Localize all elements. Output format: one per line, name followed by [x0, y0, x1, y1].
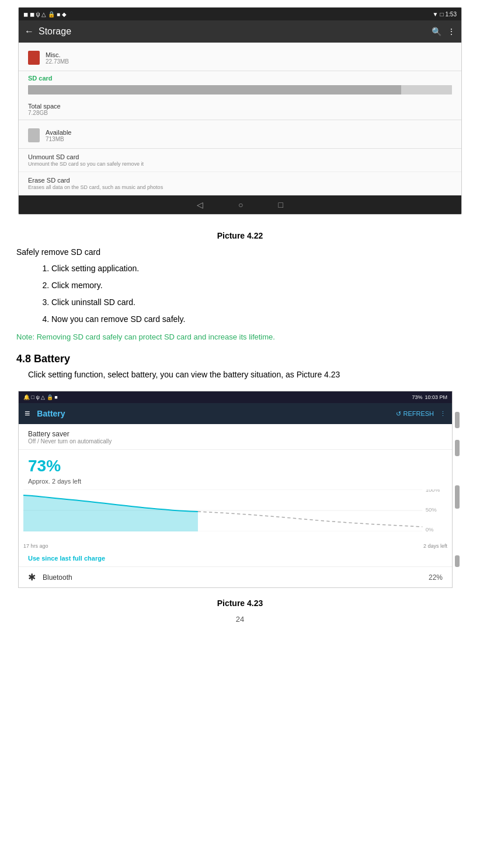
refresh-button[interactable]: ↺ REFRESH: [396, 410, 434, 418]
storage-bar-container: [19, 83, 461, 99]
battery-saver-desc: Off / Never turn on automatically: [28, 438, 443, 444]
page-title: Storage: [39, 26, 427, 37]
use-since-link[interactable]: Use since last full charge: [19, 551, 452, 566]
erase-desc: Erases all data on the SD card, such as …: [28, 184, 452, 190]
total-space-section: Total space 7.28GB: [19, 99, 461, 120]
step-4: Now you can remove SD card safely.: [51, 313, 464, 326]
section-intro-battery: Click setting function, select battery, …: [16, 370, 464, 379]
bluetooth-label: Bluetooth: [43, 573, 422, 582]
battery-toolbar: ≡ Battery ↺ REFRESH ⋮: [19, 403, 452, 424]
step-3: Click uninstall SD card.: [51, 296, 464, 309]
power-button[interactable]: [455, 485, 460, 509]
note-text: Note: Removing SD card safely can protec…: [16, 332, 464, 341]
statusbar-right-icons: ▼ □ 1:53: [433, 11, 457, 18]
steps-list: Click setting application. Click memory.…: [16, 262, 464, 326]
safely-remove-heading: Safely remove SD card: [16, 247, 464, 257]
storage-content: Misc. 22.73MB SD card Total space 7.28GB: [19, 43, 461, 195]
battery-time-labels: 17 hrs ago 2 days left: [19, 542, 452, 551]
svg-text:0%: 0%: [426, 527, 434, 531]
battery-days-left: Approx. 2 days left: [19, 478, 452, 489]
nav-home-button[interactable]: ○: [238, 200, 243, 209]
search-icon[interactable]: 🔍: [432, 27, 441, 36]
battery-page-title: Battery: [37, 409, 391, 418]
total-space-value: 7.28GB: [28, 110, 452, 116]
misc-value: 22.73MB: [46, 58, 69, 65]
screenshot-423: 🔔 □ ψ △ 🔒 ■ 73% 10:03 PM ≡ Battery ↺ REF…: [18, 391, 453, 588]
nav-back-button[interactable]: ◁: [197, 200, 203, 209]
available-section: Available 713MB: [19, 120, 461, 149]
volume-up-button[interactable]: [455, 412, 460, 428]
misc-info: Misc. 22.73MB: [46, 51, 69, 65]
svg-text:50%: 50%: [426, 507, 437, 513]
notification-icons-battery: 🔔 □ ψ △ 🔒 ■: [23, 394, 58, 400]
battery-statusbar: 🔔 □ ψ △ 🔒 ■ 73% 10:03 PM: [19, 391, 452, 403]
step-1: Click setting application.: [51, 262, 464, 275]
storage-bar-free: [401, 85, 452, 94]
total-space-label: Total space: [28, 103, 452, 110]
statusbar-422: ◼ ◼ ψ △ 🔒 ■ ◆ ▼ □ 1:53: [19, 8, 461, 20]
available-item: Available 713MB: [28, 125, 452, 146]
misc-item: Misc. 22.73MB: [28, 47, 452, 68]
available-icon: [28, 128, 40, 142]
available-value: 713MB: [46, 136, 71, 142]
navbar-422: ◁ ○ □: [19, 195, 461, 214]
battery-chart-area: 100% 50% 0%: [19, 489, 452, 542]
toolbar-actions: 🔍 ⋮: [432, 27, 455, 36]
back-button[interactable]: ←: [25, 26, 34, 37]
signal-icon: ▼: [433, 11, 439, 18]
sd-card-label: SD card: [19, 71, 461, 83]
misc-label: Misc.: [46, 51, 69, 58]
page-number: 24: [16, 615, 464, 624]
unmount-desc: Unmount the SD card so you can safely re…: [28, 161, 452, 167]
battery-percentage: 73%: [19, 450, 452, 478]
battery-statusbar-right: 73% 10:03 PM: [412, 394, 447, 400]
available-label: Available: [46, 129, 71, 136]
screenshot-422: ◼ ◼ ψ △ 🔒 ■ ◆ ▼ □ 1:53 ← Storage 🔍 ⋮: [18, 7, 462, 215]
battery-saver-row[interactable]: Battery saver Off / Never turn on automa…: [19, 424, 452, 450]
misc-section: Misc. 22.73MB: [19, 43, 461, 71]
battery-icon: □: [440, 11, 443, 18]
caption-422: Picture 4.22: [16, 231, 464, 240]
time-label-right: 2 days left: [423, 543, 447, 549]
statusbar-left-icons: ◼ ◼ ψ △ 🔒 ■ ◆: [23, 11, 67, 18]
unmount-item[interactable]: Unmount SD card Unmount the SD card so y…: [19, 149, 461, 172]
battery-chart-svg: 100% 50% 0%: [23, 489, 447, 531]
storage-bar-used: [28, 85, 401, 94]
time-label-left: 17 hrs ago: [23, 543, 48, 549]
battery-saver-title: Battery saver: [28, 430, 443, 438]
bluetooth-row: ✱ Bluetooth 22%: [19, 566, 452, 587]
document-area: Picture 4.22 Safely remove SD card Click…: [0, 220, 480, 391]
more-options-battery[interactable]: ⋮: [440, 410, 446, 418]
nav-recent-button[interactable]: □: [279, 200, 283, 209]
toolbar-422: ← Storage 🔍 ⋮: [19, 20, 461, 43]
more-options-icon[interactable]: ⋮: [447, 27, 455, 36]
bluetooth-icon: ✱: [28, 572, 36, 583]
battery-toolbar-actions: ↺ REFRESH ⋮: [396, 410, 446, 418]
available-info: Available 713MB: [46, 129, 71, 142]
erase-item[interactable]: Erase SD card Erases all data on the SD …: [19, 172, 461, 195]
time-display-battery: 10:03 PM: [425, 394, 447, 400]
battery-percent-status: 73%: [412, 394, 422, 400]
volume-down-button[interactable]: [455, 440, 460, 456]
section-heading-battery: 4.8 Battery: [16, 353, 464, 365]
caption-423-area: Picture 4.23 24: [0, 588, 480, 634]
svg-text:100%: 100%: [426, 489, 440, 493]
battery-statusbar-left: 🔔 □ ψ △ 🔒 ■: [23, 394, 58, 400]
battery-content: Battery saver Off / Never turn on automa…: [19, 424, 452, 587]
notification-icons: ◼ ◼ ψ △ 🔒 ■ ◆: [23, 11, 67, 18]
misc-icon: [28, 51, 40, 65]
screenshot-423-wrapper: 🔔 □ ψ △ 🔒 ■ 73% 10:03 PM ≡ Battery ↺ REF…: [18, 391, 462, 588]
caption-423: Picture 4.23: [16, 598, 464, 608]
nav-back-side[interactable]: [455, 555, 460, 567]
time-display: 1:53: [446, 11, 457, 18]
storage-bar: [28, 85, 452, 94]
side-buttons: [453, 391, 462, 588]
menu-icon[interactable]: ≡: [25, 408, 30, 419]
bluetooth-percent: 22%: [429, 573, 443, 582]
erase-title: Erase SD card: [28, 177, 452, 184]
unmount-title: Unmount SD card: [28, 153, 452, 160]
step-2: Click memory.: [51, 279, 464, 292]
